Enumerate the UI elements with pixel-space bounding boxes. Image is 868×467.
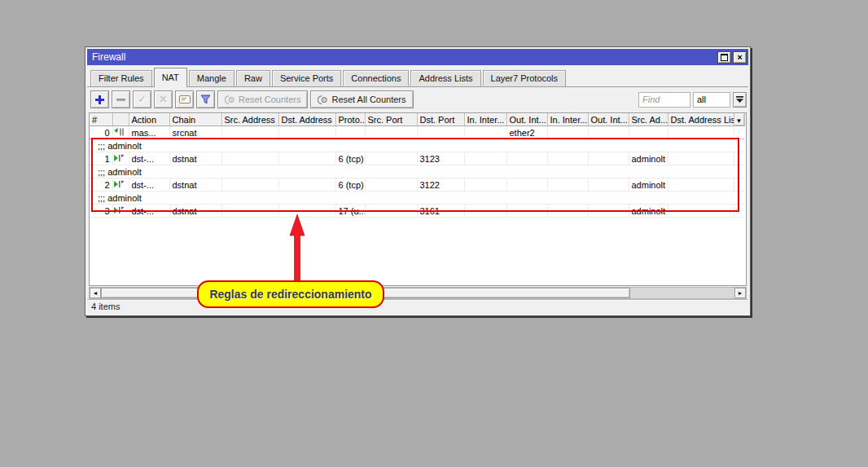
rule-protocol: 17 (u... — [335, 205, 365, 218]
reset-all-counters-label: Reset All Counters — [331, 95, 406, 104]
flag-cell — [112, 205, 129, 218]
rule-chain: dstnat — [169, 178, 221, 192]
rule-row-0[interactable]: 0 mas... srcnat ether2 — [90, 126, 744, 139]
comment-icon — [179, 95, 191, 104]
scrollbar-track[interactable] — [630, 288, 734, 298]
rule-action: dst-... — [129, 178, 169, 192]
tab-strip: Filter Rules NAT Mangle Raw Service Port… — [87, 65, 748, 87]
rule-comment: ;;; adminolt — [90, 165, 744, 178]
dst-nat-action-icon — [114, 180, 125, 188]
rule-action: dst-... — [129, 152, 169, 165]
comment-row[interactable]: ;;; adminolt — [90, 165, 744, 178]
annotation-callout: Reglas de redireccionamiento — [197, 280, 384, 308]
tab-service-ports[interactable]: Service Ports — [272, 70, 341, 86]
col-protocol[interactable]: Proto... — [335, 113, 365, 126]
scroll-left-button[interactable]: ◄ — [90, 288, 101, 298]
item-count: 4 items — [91, 302, 120, 311]
rule-comment: ;;; adminolt — [90, 139, 744, 152]
horizontal-scrollbar[interactable]: ◄ ► — [89, 287, 747, 299]
tab-layer7-protocols[interactable]: Layer7 Protocols — [483, 70, 567, 86]
col-src-address-list[interactable]: Src. Ad... — [629, 113, 668, 126]
reset-all-counters-button[interactable]: Reset All Counters — [310, 90, 413, 108]
remove-button[interactable] — [112, 90, 130, 108]
comment-row[interactable]: ;;; adminolt — [90, 192, 744, 205]
enable-button[interactable]: ✓ — [133, 90, 151, 108]
reset-counters-button[interactable]: Reset Counters — [217, 90, 308, 108]
tab-address-lists[interactable]: Address Lists — [410, 70, 480, 86]
rule-number: 2 — [90, 178, 112, 192]
minus-icon — [116, 98, 125, 102]
rule-chain: srcnat — [169, 126, 221, 139]
tab-nat[interactable]: NAT — [154, 68, 187, 87]
col-dst-port[interactable]: Dst. Port — [417, 113, 464, 126]
dst-nat-action-icon — [114, 206, 125, 214]
rule-row-3[interactable]: 3 dst-... dstnat 17 (u... 3161 adminolt — [90, 205, 744, 218]
col-out-interface[interactable]: Out. Int... — [506, 113, 547, 126]
funnel-icon — [200, 95, 211, 104]
annotation-callout-text: Reglas de redireccionamiento — [209, 288, 371, 301]
flag-cell — [112, 126, 129, 139]
column-dropdown-icon: ▼ — [736, 117, 743, 125]
masquerade-action-icon — [114, 128, 125, 136]
nat-rule-table: # Action Chain Src. Address Dst. Address… — [90, 113, 745, 218]
rule-action: mas... — [129, 126, 169, 139]
col-src-port[interactable]: Src. Port — [365, 113, 417, 126]
rule-protocol: 6 (tcp) — [335, 178, 365, 192]
rule-chain: dstnat — [169, 205, 221, 218]
firewall-window: Firewall × Filter Rules NAT Mangle Raw S… — [85, 46, 751, 316]
check-icon: ✓ — [138, 94, 146, 105]
column-options-button[interactable]: ▼ — [734, 113, 744, 126]
col-src-address[interactable]: Src. Address — [221, 113, 278, 126]
col-action[interactable]: Action — [129, 113, 169, 126]
rule-protocol: 6 (tcp) — [335, 152, 365, 165]
col-dst-address-list[interactable]: Dst. Address Lis — [668, 113, 734, 126]
col-chain[interactable]: Chain — [169, 113, 221, 126]
reset-counters-label: Reset Counters — [239, 95, 300, 104]
col-flags[interactable] — [112, 113, 129, 126]
comment-row[interactable]: ;;; adminolt — [90, 139, 744, 152]
rule-number: 3 — [90, 205, 112, 218]
filter-select-dropdown-button[interactable] — [733, 92, 747, 108]
rule-number: 0 — [90, 126, 112, 139]
scroll-right-icon: ► — [738, 290, 743, 296]
filter-select-value: all — [697, 95, 706, 104]
rule-row-1[interactable]: 1 dst-... dstnat 6 (tcp) 3123 adminolt — [90, 152, 744, 165]
tab-raw[interactable]: Raw — [236, 70, 270, 86]
rule-number: 1 — [90, 152, 112, 165]
col-dst-address[interactable]: Dst. Address — [278, 113, 335, 126]
rule-dst-port: 3123 — [417, 152, 464, 165]
disable-button[interactable]: ✕ — [154, 90, 173, 108]
tab-filter-rules[interactable]: Filter Rules — [90, 70, 152, 86]
rule-table-area: # Action Chain Src. Address Dst. Address… — [89, 112, 747, 286]
rule-dst-port: 3122 — [417, 178, 464, 192]
rule-dst-port: 3161 — [417, 205, 464, 218]
scroll-left-icon: ◄ — [93, 290, 99, 296]
col-out-interface-list[interactable]: Out. Int... — [588, 113, 629, 126]
reset-all-counters-icon — [318, 95, 328, 104]
add-button[interactable] — [90, 90, 109, 108]
col-number[interactable]: # — [90, 113, 112, 126]
table-header-row: # Action Chain Src. Address Dst. Address… — [90, 113, 744, 126]
comment-button[interactable] — [175, 90, 194, 108]
find-input[interactable] — [638, 92, 690, 108]
tab-connections[interactable]: Connections — [343, 70, 409, 86]
rule-src-address-list: adminolt — [629, 205, 668, 218]
plus-icon — [95, 95, 104, 104]
rule-row-2[interactable]: 2 dst-... dstnat 6 (tcp) 3122 adminolt — [90, 178, 744, 192]
rule-src-address-list: adminolt — [629, 152, 668, 165]
titlebar[interactable]: Firewall × — [87, 49, 748, 65]
close-button[interactable]: × — [733, 51, 747, 64]
status-bar: 4 items — [87, 299, 748, 314]
toolbar: ✓ ✕ Reset Counters Reset All Counters al… — [87, 87, 748, 112]
col-in-interface[interactable]: In. Inter... — [464, 113, 506, 126]
tab-mangle[interactable]: Mangle — [189, 70, 235, 86]
scroll-right-button[interactable]: ► — [734, 288, 746, 298]
maximize-button[interactable] — [717, 51, 731, 64]
dropdown-arrow-icon — [735, 95, 744, 104]
window-title: Firewall — [92, 51, 125, 63]
filter-select[interactable]: all — [693, 92, 730, 108]
col-in-interface-list[interactable]: In. Inter... — [547, 113, 588, 126]
rule-out-interface: ether2 — [506, 126, 547, 139]
filter-button[interactable] — [196, 90, 215, 108]
rule-src-address-list: adminolt — [629, 178, 668, 192]
